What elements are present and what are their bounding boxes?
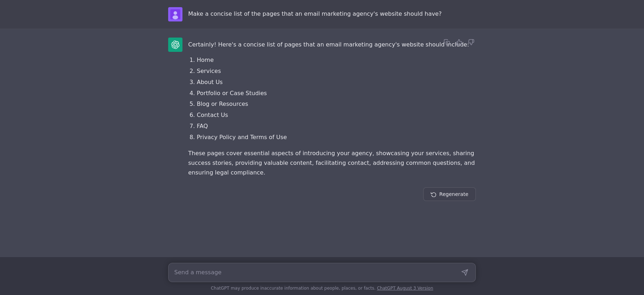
disclaimer-text: ChatGPT may produce inaccurate informati… [211, 286, 376, 291]
user-message-row: Make a concise list of the pages that an… [0, 0, 644, 29]
footer-disclaimer: ChatGPT may produce inaccurate informati… [0, 282, 644, 295]
svg-point-2 [172, 15, 178, 19]
send-button[interactable] [460, 267, 470, 277]
user-avatar-icon [170, 9, 180, 19]
assistant-intro: Certainly! Here's a concise list of page… [188, 40, 476, 49]
send-icon [461, 269, 468, 276]
message-actions [442, 38, 476, 47]
regenerate-label: Regenerate [439, 191, 468, 197]
message-input[interactable] [174, 268, 457, 277]
gpt-logo-icon [171, 40, 180, 49]
user-avatar [168, 7, 182, 21]
list-item: FAQ [197, 121, 476, 132]
gpt-avatar [168, 38, 182, 52]
input-container [161, 263, 483, 282]
regenerate-icon [431, 191, 436, 197]
list-item: Services [197, 66, 476, 77]
input-wrapper [168, 263, 476, 282]
list-item: Blog or Resources [197, 99, 476, 109]
regenerate-button[interactable]: Regenerate [423, 187, 476, 201]
copy-icon [444, 39, 450, 45]
thumbs-down-icon [468, 39, 474, 45]
pages-list: Home Services About Us Portfolio or Case… [188, 55, 476, 142]
list-item: About Us [197, 77, 476, 88]
list-item: Contact Us [197, 110, 476, 121]
thumbs-up-button[interactable] [454, 38, 464, 47]
svg-point-1 [174, 11, 177, 15]
assistant-content: Certainly! Here's a concise list of page… [188, 38, 476, 183]
chat-container: Make a concise list of the pages that an… [0, 0, 644, 295]
regenerate-area: Regenerate [161, 187, 483, 201]
list-item: Privacy Policy and Terms of Use [197, 132, 476, 143]
thumbs-up-icon [456, 39, 462, 45]
svg-rect-3 [446, 41, 450, 45]
thumbs-down-button[interactable] [467, 38, 476, 47]
footer-area: ChatGPT may produce inaccurate informati… [0, 257, 644, 295]
user-message-text: Make a concise list of the pages that an… [188, 7, 476, 19]
list-item: Portfolio or Case Studies [197, 88, 476, 99]
copy-button[interactable] [442, 38, 452, 47]
version-link[interactable]: ChatGPT August 3 Version [377, 286, 433, 291]
assistant-message-row: Certainly! Here's a concise list of page… [0, 29, 644, 295]
list-item: Home [197, 55, 476, 65]
assistant-outro: These pages cover essential aspects of i… [188, 148, 476, 178]
